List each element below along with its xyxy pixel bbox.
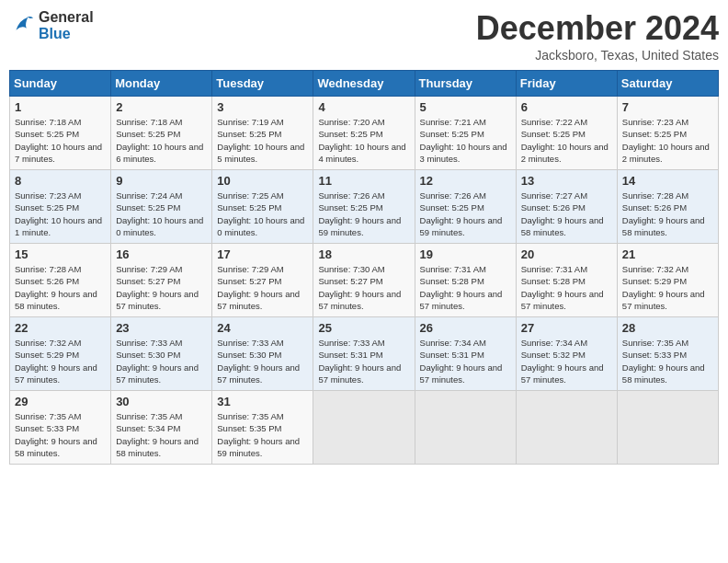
day-info: Sunrise: 7:26 AM Sunset: 5:25 PM Dayligh… xyxy=(420,190,511,238)
day-number: 12 xyxy=(420,174,511,188)
calendar-table: Sunday Monday Tuesday Wednesday Thursday… xyxy=(9,70,719,465)
col-saturday: Saturday xyxy=(617,71,718,97)
day-info: Sunrise: 7:30 AM Sunset: 5:27 PM Dayligh… xyxy=(318,263,409,312)
day-info: Sunrise: 7:34 AM Sunset: 5:31 PM Dayligh… xyxy=(420,337,511,385)
calendar-cell: 3 Sunrise: 7:19 AM Sunset: 5:25 PM Dayli… xyxy=(212,97,313,170)
day-number: 8 xyxy=(15,174,106,188)
day-info: Sunrise: 7:18 AM Sunset: 5:25 PM Dayligh… xyxy=(116,116,207,165)
calendar-cell: 31 Sunrise: 7:35 AM Sunset: 5:35 PM Dayl… xyxy=(212,391,313,465)
calendar-cell: 2 Sunrise: 7:18 AM Sunset: 5:25 PM Dayli… xyxy=(111,97,212,170)
day-number: 22 xyxy=(15,321,106,335)
calendar-cell: 1 Sunrise: 7:18 AM Sunset: 5:25 PM Dayli… xyxy=(10,97,111,170)
calendar-week-row: 29 Sunrise: 7:35 AM Sunset: 5:33 PM Dayl… xyxy=(10,391,719,465)
day-number: 7 xyxy=(622,100,713,114)
day-info: Sunrise: 7:33 AM Sunset: 5:31 PM Dayligh… xyxy=(318,337,409,385)
calendar-cell: 4 Sunrise: 7:20 AM Sunset: 5:25 PM Dayli… xyxy=(313,97,415,170)
day-number: 28 xyxy=(622,321,713,335)
day-number: 16 xyxy=(116,247,207,261)
calendar-cell: 21 Sunrise: 7:32 AM Sunset: 5:29 PM Dayl… xyxy=(617,244,718,317)
location-title: Jacksboro, Texas, United States xyxy=(476,48,719,63)
calendar-header: Sunday Monday Tuesday Wednesday Thursday… xyxy=(10,71,719,97)
day-info: Sunrise: 7:26 AM Sunset: 5:25 PM Dayligh… xyxy=(318,190,409,238)
day-number: 11 xyxy=(318,174,409,188)
logo: General Blue xyxy=(9,9,94,42)
calendar-cell xyxy=(415,391,516,465)
logo-text: General Blue xyxy=(39,9,94,42)
day-number: 15 xyxy=(15,247,106,261)
calendar-week-row: 15 Sunrise: 7:28 AM Sunset: 5:26 PM Dayl… xyxy=(10,244,719,317)
page-header: General Blue December 2024 Jacksboro, Te… xyxy=(9,9,719,63)
day-info: Sunrise: 7:18 AM Sunset: 5:25 PM Dayligh… xyxy=(15,116,106,165)
calendar-week-row: 8 Sunrise: 7:23 AM Sunset: 5:25 PM Dayli… xyxy=(10,170,719,244)
calendar-cell: 16 Sunrise: 7:29 AM Sunset: 5:27 PM Dayl… xyxy=(111,244,212,317)
day-number: 23 xyxy=(116,321,207,335)
col-sunday: Sunday xyxy=(10,71,111,97)
calendar-cell xyxy=(313,391,415,465)
day-number: 2 xyxy=(116,100,207,114)
day-info: Sunrise: 7:19 AM Sunset: 5:25 PM Dayligh… xyxy=(217,116,308,165)
calendar-cell: 6 Sunrise: 7:22 AM Sunset: 5:25 PM Dayli… xyxy=(516,97,617,170)
day-info: Sunrise: 7:32 AM Sunset: 5:29 PM Dayligh… xyxy=(622,263,713,312)
day-info: Sunrise: 7:32 AM Sunset: 5:29 PM Dayligh… xyxy=(15,337,106,385)
day-info: Sunrise: 7:23 AM Sunset: 5:25 PM Dayligh… xyxy=(622,116,713,165)
calendar-cell: 7 Sunrise: 7:23 AM Sunset: 5:25 PM Dayli… xyxy=(617,97,718,170)
calendar-cell: 29 Sunrise: 7:35 AM Sunset: 5:33 PM Dayl… xyxy=(10,391,111,465)
calendar-cell: 9 Sunrise: 7:24 AM Sunset: 5:25 PM Dayli… xyxy=(111,170,212,244)
day-number: 27 xyxy=(521,321,612,335)
day-number: 18 xyxy=(318,247,409,261)
calendar-cell: 25 Sunrise: 7:33 AM Sunset: 5:31 PM Dayl… xyxy=(313,317,415,391)
day-number: 13 xyxy=(521,174,612,188)
title-block: December 2024 Jacksboro, Texas, United S… xyxy=(476,9,719,63)
day-info: Sunrise: 7:20 AM Sunset: 5:25 PM Dayligh… xyxy=(318,116,409,165)
day-info: Sunrise: 7:35 AM Sunset: 5:33 PM Dayligh… xyxy=(15,410,106,459)
day-number: 1 xyxy=(15,100,106,114)
day-info: Sunrise: 7:27 AM Sunset: 5:26 PM Dayligh… xyxy=(521,190,612,238)
day-info: Sunrise: 7:29 AM Sunset: 5:27 PM Dayligh… xyxy=(217,263,308,312)
day-number: 9 xyxy=(116,174,207,188)
calendar-cell: 30 Sunrise: 7:35 AM Sunset: 5:34 PM Dayl… xyxy=(111,391,212,465)
day-number: 25 xyxy=(318,321,409,335)
day-info: Sunrise: 7:31 AM Sunset: 5:28 PM Dayligh… xyxy=(521,263,612,312)
calendar-cell xyxy=(617,391,718,465)
col-friday: Friday xyxy=(516,71,617,97)
day-info: Sunrise: 7:35 AM Sunset: 5:35 PM Dayligh… xyxy=(217,410,308,459)
calendar-cell: 14 Sunrise: 7:28 AM Sunset: 5:26 PM Dayl… xyxy=(617,170,718,244)
month-title: December 2024 xyxy=(476,9,719,48)
header-row: Sunday Monday Tuesday Wednesday Thursday… xyxy=(10,71,719,97)
calendar-body: 1 Sunrise: 7:18 AM Sunset: 5:25 PM Dayli… xyxy=(10,97,719,465)
calendar-cell: 12 Sunrise: 7:26 AM Sunset: 5:25 PM Dayl… xyxy=(415,170,516,244)
calendar-cell: 8 Sunrise: 7:23 AM Sunset: 5:25 PM Dayli… xyxy=(10,170,111,244)
calendar-cell: 11 Sunrise: 7:26 AM Sunset: 5:25 PM Dayl… xyxy=(313,170,415,244)
day-number: 26 xyxy=(420,321,511,335)
day-info: Sunrise: 7:31 AM Sunset: 5:28 PM Dayligh… xyxy=(420,263,511,312)
calendar-cell: 15 Sunrise: 7:28 AM Sunset: 5:26 PM Dayl… xyxy=(10,244,111,317)
calendar-cell xyxy=(516,391,617,465)
calendar-cell: 28 Sunrise: 7:35 AM Sunset: 5:33 PM Dayl… xyxy=(617,317,718,391)
calendar-cell: 26 Sunrise: 7:34 AM Sunset: 5:31 PM Dayl… xyxy=(415,317,516,391)
day-info: Sunrise: 7:28 AM Sunset: 5:26 PM Dayligh… xyxy=(622,190,713,238)
day-info: Sunrise: 7:29 AM Sunset: 5:27 PM Dayligh… xyxy=(116,263,207,312)
day-info: Sunrise: 7:24 AM Sunset: 5:25 PM Dayligh… xyxy=(116,190,207,238)
calendar-cell: 10 Sunrise: 7:25 AM Sunset: 5:25 PM Dayl… xyxy=(212,170,313,244)
day-number: 24 xyxy=(217,321,308,335)
day-number: 20 xyxy=(521,247,612,261)
day-number: 21 xyxy=(622,247,713,261)
calendar-week-row: 22 Sunrise: 7:32 AM Sunset: 5:29 PM Dayl… xyxy=(10,317,719,391)
day-number: 31 xyxy=(217,395,308,408)
col-tuesday: Tuesday xyxy=(212,71,313,97)
day-info: Sunrise: 7:23 AM Sunset: 5:25 PM Dayligh… xyxy=(15,190,106,238)
day-number: 30 xyxy=(116,395,207,408)
day-info: Sunrise: 7:34 AM Sunset: 5:32 PM Dayligh… xyxy=(521,337,612,385)
col-wednesday: Wednesday xyxy=(313,71,415,97)
calendar-cell: 22 Sunrise: 7:32 AM Sunset: 5:29 PM Dayl… xyxy=(10,317,111,391)
day-info: Sunrise: 7:25 AM Sunset: 5:25 PM Dayligh… xyxy=(217,190,308,238)
day-info: Sunrise: 7:35 AM Sunset: 5:34 PM Dayligh… xyxy=(116,410,207,459)
day-number: 4 xyxy=(318,100,409,114)
day-info: Sunrise: 7:28 AM Sunset: 5:26 PM Dayligh… xyxy=(15,263,106,312)
day-info: Sunrise: 7:33 AM Sunset: 5:30 PM Dayligh… xyxy=(116,337,207,385)
calendar-cell: 13 Sunrise: 7:27 AM Sunset: 5:26 PM Dayl… xyxy=(516,170,617,244)
day-number: 29 xyxy=(15,395,106,408)
day-number: 10 xyxy=(217,174,308,188)
calendar-week-row: 1 Sunrise: 7:18 AM Sunset: 5:25 PM Dayli… xyxy=(10,97,719,170)
col-monday: Monday xyxy=(111,71,212,97)
